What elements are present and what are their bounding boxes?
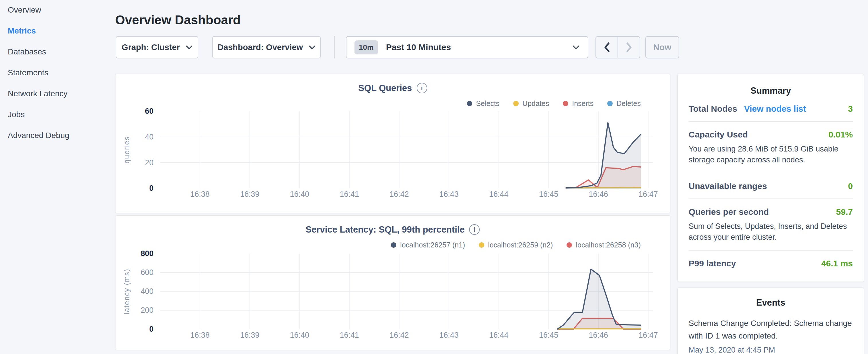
event-timestamp: May 13, 2020 at 4:45 PM [689,346,853,354]
service-latency-panel: Service Latency: SQL, 99th percentile i … [115,215,670,350]
svg-text:16:43: 16:43 [439,190,459,198]
graph-scope-dropdown[interactable]: Graph: Cluster [116,36,198,58]
summary-item-label: P99 latency [689,259,736,268]
svg-text:16:47: 16:47 [639,190,658,198]
dashboard-dropdown-label: Dashboard: Overview [217,43,303,52]
svg-text:16:41: 16:41 [340,190,359,198]
svg-text:60: 60 [145,107,154,116]
summary-item-total-nodes: Total Nodes View nodes list 3 [689,96,853,121]
event-entry[interactable]: Schema Change Completed: Schema change w… [689,317,853,342]
svg-text:16:38: 16:38 [190,190,210,198]
time-range-picker[interactable]: 10m Past 10 Minutes [346,36,588,58]
svg-text:16:39: 16:39 [240,331,259,340]
summary-item-value: 0.01% [829,130,853,139]
svg-text:16:46: 16:46 [589,190,608,198]
page-title: Overview Dashboard [115,13,241,27]
sidebar-item-statements[interactable]: Statements [0,62,115,83]
svg-text:16:45: 16:45 [539,190,558,198]
svg-text:16:41: 16:41 [340,331,359,340]
sidebar: Overview Metrics Databases Statements Ne… [0,0,115,146]
svg-text:16:44: 16:44 [489,190,509,198]
svg-text:800: 800 [141,249,154,258]
summary-item-value: 3 [848,104,853,114]
summary-item-label: Queries per second [689,207,769,217]
sidebar-item-databases[interactable]: Databases [0,41,115,62]
sidebar-item-jobs[interactable]: Jobs [0,104,115,125]
time-next-button[interactable] [618,37,640,58]
sidebar-item-advanced-debug[interactable]: Advanced Debug [0,125,115,146]
svg-text:16:40: 16:40 [290,331,309,340]
summary-panel: Summary Total Nodes View nodes list 3 Ca… [677,74,864,282]
chevron-right-icon [626,42,632,53]
toolbar-divider [334,36,335,58]
svg-text:16:39: 16:39 [240,190,259,198]
svg-text:16:44: 16:44 [489,331,508,340]
summary-item-label: Unavailable ranges [689,181,767,191]
svg-text:16:47: 16:47 [639,331,658,340]
summary-item-p99-latency: P99 latency 46.1 ms [689,250,853,276]
svg-text:16:42: 16:42 [390,331,409,340]
sidebar-item-metrics[interactable]: Metrics [0,20,115,41]
svg-text:queries: queries [123,136,131,164]
summary-item-description: Sum of Selects, Updates, Inserts, and De… [689,221,853,243]
svg-text:400: 400 [141,287,154,296]
svg-text:600: 600 [141,268,154,277]
time-range-badge: 10m [354,40,378,55]
time-step-buttons [595,36,640,58]
chevron-left-icon [604,42,610,53]
svg-text:16:42: 16:42 [390,190,409,198]
svg-text:16:40: 16:40 [290,190,309,198]
sidebar-item-overview[interactable]: Overview [0,0,115,20]
svg-text:0: 0 [149,184,154,192]
svg-text:16:45: 16:45 [539,331,558,340]
summary-item-unavailable-ranges: Unavailable ranges 0 [689,173,853,198]
now-button[interactable]: Now [645,36,679,58]
svg-text:16:43: 16:43 [439,331,459,340]
svg-text:16:46: 16:46 [589,331,608,340]
time-range-label: Past 10 Minutes [386,42,564,52]
svg-text:0: 0 [149,325,154,333]
service-latency-chart[interactable]: 16:3816:3916:4016:4116:4216:4316:4416:45… [116,216,670,350]
summary-item-value: 0 [848,181,853,191]
sidebar-item-network-latency[interactable]: Network Latency [0,83,115,104]
summary-item-capacity-used: Capacity Used 0.01% You are using 28.6 M… [689,121,853,173]
svg-text:16:38: 16:38 [190,331,210,340]
summary-item-value: 46.1 ms [821,259,853,268]
sql-queries-chart[interactable]: 16:3816:3916:4016:4116:4216:4316:4416:45… [116,74,670,213]
dashboard-dropdown[interactable]: Dashboard: Overview [212,36,321,58]
svg-text:20: 20 [145,158,154,167]
summary-title: Summary [689,86,853,96]
summary-item-queries-per-second: Queries per second 59.7 Sum of Selects, … [689,198,853,250]
summary-item-description: You are using 28.6 MiB of 515.9 GiB usab… [689,143,853,165]
sql-queries-panel: SQL Queries i Selects Updates Inserts De… [115,74,670,213]
events-title: Events [689,297,853,308]
chevron-down-icon [186,45,192,50]
time-prev-button[interactable] [596,37,618,58]
graph-scope-dropdown-label: Graph: Cluster [122,43,180,52]
summary-item-label: Capacity Used [689,130,748,139]
events-panel: Events Schema Change Completed: Schema c… [677,288,864,354]
svg-text:200: 200 [141,306,154,315]
svg-text:40: 40 [145,133,154,141]
summary-item-label: Total Nodes [689,104,737,114]
view-nodes-list-link[interactable]: View nodes list [744,104,806,114]
summary-item-value: 59.7 [836,207,853,217]
svg-text:latency (ms): latency (ms) [123,269,131,314]
chevron-down-icon [309,45,315,50]
chevron-down-icon [572,45,580,50]
